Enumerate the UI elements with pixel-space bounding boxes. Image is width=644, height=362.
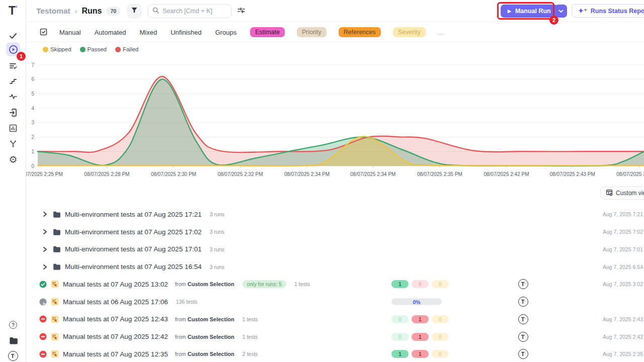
runs-list: Multi-environment tests at 07 Aug 2025 1… xyxy=(26,206,644,362)
run-date: Aug 7, 2025 2:42 PM xyxy=(603,334,644,340)
tab-automated[interactable]: Automated xyxy=(95,29,126,36)
run-owner-avatar[interactable]: Tʻ xyxy=(518,297,528,307)
legend-dot xyxy=(80,47,86,52)
run-title[interactable]: Manual tests at 07 Aug 2025 12:35 xyxy=(63,350,168,358)
run-source: from Custom Selection xyxy=(175,281,234,287)
run-title[interactable]: Manual tests at 07 Aug 2025 13:02 xyxy=(63,281,168,288)
stairs-icon xyxy=(9,76,18,85)
run-group-row[interactable]: Multi-environment tests at 07 Aug 2025 1… xyxy=(26,206,644,223)
svg-text:08/07/2025 2:34 PM: 08/07/2025 2:34 PM xyxy=(350,171,395,177)
search-box[interactable] xyxy=(147,4,231,18)
filter-tabs: ManualAutomatedMixedUnfinishedGroupsEsti… xyxy=(59,22,445,42)
legend-item-skipped[interactable]: Skipped xyxy=(43,46,71,52)
row-main: Manual tests at 07 Aug 2025 12:42from Cu… xyxy=(39,328,258,345)
run-group-title[interactable]: Multi-environment tests at 07 Aug 2025 1… xyxy=(65,263,202,270)
sidebar-item-branches[interactable] xyxy=(6,137,20,151)
filter-pill-severity[interactable]: Severity xyxy=(393,27,426,37)
run-row[interactable]: Manual tests at 07 Aug 2025 12:42from Cu… xyxy=(26,328,644,345)
search-input[interactable] xyxy=(163,8,226,15)
run-title[interactable]: Manual tests at 07 Aug 2025 12:42 xyxy=(63,333,168,340)
run-owner-avatar[interactable]: Tʻ xyxy=(518,349,528,359)
expand-chevron-icon[interactable] xyxy=(41,246,48,253)
sidebar-item-pulse[interactable] xyxy=(6,89,20,104)
custom-view-button[interactable]: Custom view xyxy=(600,187,644,200)
row-main: Multi-environment tests at 07 Aug 2025 1… xyxy=(39,241,224,258)
expand-chevron-icon[interactable] xyxy=(41,263,48,270)
svg-text:1: 1 xyxy=(31,149,34,154)
folder-icon xyxy=(52,210,61,219)
chart-canvas: 0123456708/07/2025 2:25 PM08/07/2025 2:2… xyxy=(26,59,644,183)
chevron-down-icon xyxy=(558,9,564,14)
sidebar-item-account[interactable]: Tʻ xyxy=(6,349,20,362)
display-settings-button[interactable] xyxy=(237,6,246,17)
legend-item-failed[interactable]: Failed xyxy=(115,46,138,52)
run-date: Aug 7, 2025 2:43 PM xyxy=(603,316,644,322)
run-group-title[interactable]: Multi-environment tests at 07 Aug 2025 1… xyxy=(65,245,202,253)
tab-manual[interactable]: Manual xyxy=(59,29,81,36)
tab-mixed[interactable]: Mixed xyxy=(140,29,157,36)
row-main: Manual tests at 07 Aug 2025 12:43from Cu… xyxy=(39,311,258,328)
sidebar-item-settings[interactable]: ⚙ xyxy=(6,152,20,166)
manual-run-dropdown-button[interactable] xyxy=(555,5,567,18)
sidebar-item-analytics[interactable] xyxy=(6,121,20,135)
manual-run-button[interactable]: ▶ Manual Run xyxy=(501,5,558,18)
run-owner-avatar[interactable]: Tʻ xyxy=(518,332,528,342)
run-date: Aug 7, 2025 7:02 PM xyxy=(603,229,644,235)
run-row[interactable]: Manual tests at 07 Aug 2025 12:43from Cu… xyxy=(26,311,644,328)
result-counts: 110 xyxy=(391,350,449,358)
sidebar-item-import[interactable] xyxy=(6,106,20,120)
run-row[interactable]: Manual tests at 07 Aug 2025 13:02from Cu… xyxy=(26,276,644,293)
filter-pill-references[interactable]: References xyxy=(339,27,381,37)
tab-unfinished[interactable]: Unfinished xyxy=(171,29,201,36)
play-circle-icon xyxy=(9,45,18,54)
svg-text:08/07/2025 2:35 PM: 08/07/2025 2:35 PM xyxy=(417,171,462,177)
sidebar-item-plans[interactable] xyxy=(6,59,20,73)
svg-text:08/07/2025 2:42 PM: 08/07/2025 2:42 PM xyxy=(484,171,529,177)
runs-trend-chart: 0123456708/07/2025 2:25 PM08/07/2025 2:2… xyxy=(26,59,644,183)
run-group-row[interactable]: Multi-environment tests at 07 Aug 2025 1… xyxy=(26,258,644,276)
sidebar-item-help[interactable]: ? xyxy=(6,318,20,332)
expand-chevron-icon[interactable] xyxy=(41,211,48,218)
row-main: Manual tests at 07 Aug 2025 12:35from Cu… xyxy=(39,345,258,362)
sliders-icon xyxy=(237,8,246,16)
passed-count-badge: 0 xyxy=(391,315,409,323)
result-counts: 010 xyxy=(391,333,449,341)
run-date: Aug 7, 2025 6:54 PM xyxy=(603,264,644,270)
sidebar-item-tests[interactable] xyxy=(6,29,20,43)
passed-count-badge: 0 xyxy=(391,333,409,341)
filter-button[interactable] xyxy=(127,4,141,18)
filter-pill-estimate[interactable]: Estimate xyxy=(250,27,285,37)
manual-run-icon xyxy=(51,315,59,323)
runs-status-report-button[interactable]: ✦⁺ Runs Status Report xyxy=(572,4,644,18)
sidebar-item-projects[interactable] xyxy=(6,333,20,347)
run-owner-avatar[interactable]: Tʻ xyxy=(518,314,528,324)
runs-board-icon[interactable] xyxy=(39,28,48,38)
run-group-row[interactable]: Multi-environment tests at 07 Aug 2025 1… xyxy=(26,223,644,241)
skipped-count-badge: 0 xyxy=(432,350,449,358)
run-group-title[interactable]: Multi-environment tests at 07 Aug 2025 1… xyxy=(65,211,202,218)
run-group-row[interactable]: Multi-environment tests at 07 Aug 2025 1… xyxy=(26,241,644,258)
expand-chevron-icon[interactable] xyxy=(41,228,48,235)
legend-dot xyxy=(115,47,121,52)
run-row[interactable]: Manual tests at 06 Aug 2025 17:06136 tes… xyxy=(26,293,644,311)
result-counts: 010 xyxy=(391,315,449,323)
filter-pill-priority[interactable]: Priority xyxy=(297,27,327,37)
sidebar-item-steps[interactable] xyxy=(6,74,20,88)
run-row[interactable]: Manual tests at 07 Aug 2025 12:35from Cu… xyxy=(26,345,644,362)
svg-text:2: 2 xyxy=(31,134,34,140)
testomat-logo[interactable]: Tʻ xyxy=(0,4,26,18)
legend-item-passed[interactable]: Passed xyxy=(80,46,107,52)
tab-groups[interactable]: Groups xyxy=(215,29,237,36)
svg-text:08/07/2025 2:34 PM: 08/07/2025 2:34 PM xyxy=(284,171,330,177)
search-icon xyxy=(152,7,159,16)
run-owner-avatar[interactable]: Tʻ xyxy=(518,279,528,289)
run-title[interactable]: Manual tests at 07 Aug 2025 12:43 xyxy=(63,315,168,323)
breadcrumb-app[interactable]: Testomat xyxy=(36,7,70,16)
run-date: Aug 7, 2025 3:02 PM xyxy=(603,281,644,287)
run-group-title[interactable]: Multi-environment tests at 07 Aug 2025 1… xyxy=(65,228,202,236)
tests-count-label: 1 tests xyxy=(243,334,258,340)
folder-icon xyxy=(52,245,61,253)
run-count-label: 3 runs xyxy=(210,264,224,270)
more-filters-button[interactable]: ... xyxy=(438,29,445,36)
run-title[interactable]: Manual tests at 06 Aug 2025 17:06 xyxy=(63,298,168,306)
